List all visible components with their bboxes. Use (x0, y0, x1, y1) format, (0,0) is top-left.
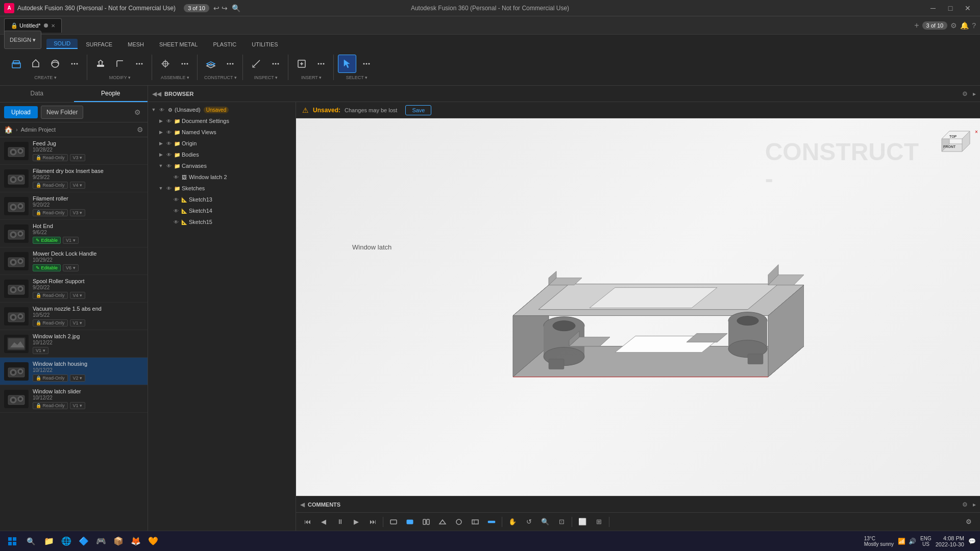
tree-visibility-icon[interactable]: 👁 (173, 174, 180, 180)
tree-visibility-icon[interactable]: 👁 (165, 163, 173, 169)
insert-canvas-btn[interactable] (292, 55, 311, 73)
construct-more-btn[interactable] (221, 55, 239, 73)
playback-next-btn[interactable]: ▶ (349, 515, 363, 529)
file-version[interactable]: V3 ▾ (70, 154, 86, 161)
tab-utilities[interactable]: UTILITIES (244, 40, 285, 49)
new-folder-button[interactable]: New Folder (41, 106, 83, 119)
file-list-item[interactable]: Vacuum nozzle 1.5 abs end10/5/22🔒 Read-O… (0, 303, 148, 330)
tab-sheetmetal[interactable]: SHEET METAL (152, 40, 205, 49)
tab-mesh[interactable]: MESH (120, 40, 151, 49)
file-badge[interactable]: 🔒 Read-Only (33, 182, 68, 189)
inspect-measure-btn[interactable] (247, 55, 265, 73)
tree-visibility-icon[interactable]: 👁 (165, 141, 173, 146)
comments-settings-icon[interactable]: ⚙ (962, 501, 968, 508)
volume-icon[interactable]: 🔊 (909, 538, 916, 545)
file-badge[interactable]: 🔒 Read-Only (33, 209, 68, 216)
start-button[interactable] (4, 533, 20, 549)
network-icon[interactable]: 📶 (898, 538, 905, 545)
redo-btn[interactable]: ↪ (222, 4, 228, 12)
add-tab-btn[interactable]: + (914, 21, 919, 30)
tab-people[interactable]: People (74, 86, 148, 102)
file-list-item[interactable]: Filament roller9/20/22🔒 Read-OnlyV3 ▾ (0, 192, 148, 220)
tree-visibility-icon[interactable]: 👁 (165, 186, 173, 191)
file-version[interactable]: V1 ▾ (33, 347, 48, 354)
select-btn[interactable] (338, 55, 356, 73)
file-version[interactable]: V2 ▾ (70, 374, 86, 382)
file-badge[interactable]: 🔒 Read-Only (33, 154, 68, 161)
taskbar-clock[interactable]: 4:08 PM 2022-10-30 (936, 535, 964, 547)
browser-collapse-icon[interactable]: ◀◀ (152, 90, 161, 97)
view-controls-fit[interactable]: ⊡ (554, 515, 569, 529)
save-button[interactable]: Save (405, 105, 431, 115)
tab-data[interactable]: Data (0, 86, 74, 102)
taskbar-edge[interactable]: 🔷 (76, 533, 92, 549)
taskbar-firefox[interactable]: 🦊 (128, 533, 144, 549)
tree-item[interactable]: ▼👁📁Sketches (148, 183, 296, 194)
display-mode-btn[interactable]: ⬜ (575, 515, 590, 529)
tree-item[interactable]: ▶👁📁Origin (148, 138, 296, 149)
close-btn[interactable]: ✕ (960, 1, 976, 15)
comments-collapse-icon[interactable]: ◀ (300, 501, 305, 508)
tab-surface[interactable]: SURFACE (79, 40, 119, 49)
create-new-component-btn[interactable] (7, 55, 26, 73)
view-cube[interactable]: TOP FRONT × (934, 123, 975, 164)
taskbar-app7[interactable]: 🧡 (145, 533, 161, 549)
design-dropdown[interactable]: DESIGN ▾ (4, 31, 41, 49)
file-list-item[interactable]: Window latch housing10/12/22🔒 Read-OnlyV… (0, 358, 148, 385)
file-badge[interactable]: 🔒 Read-Only (33, 374, 68, 382)
file-badge[interactable]: 🔒 Read-Only (33, 319, 68, 327)
tree-visibility-icon[interactable]: 👁 (165, 118, 173, 124)
view-controls-zoom[interactable]: 🔍 (538, 515, 552, 529)
tree-visibility-icon[interactable]: 👁 (158, 107, 165, 113)
timeline-marker-2[interactable] (403, 515, 417, 529)
home-icon[interactable]: 🏠 (4, 126, 13, 134)
taskbar-search-btn[interactable]: 🔍 (22, 533, 39, 549)
taskbar-chrome[interactable]: 🌐 (58, 533, 75, 549)
timeline-marker-5[interactable] (452, 515, 466, 529)
minimize-btn[interactable]: ─ (925, 1, 941, 15)
tree-item[interactable]: ▶👁📁Bodies (148, 149, 296, 160)
tab-solid[interactable]: SOLID (46, 39, 78, 49)
file-badge[interactable]: 🔒 Read-Only (33, 292, 68, 299)
inspect-more-btn[interactable] (266, 55, 285, 73)
file-badge[interactable]: ✎ Editable (33, 237, 61, 244)
tree-item[interactable]: 👁📐Sketch13 (148, 194, 296, 205)
taskbar-app5[interactable]: 📦 (110, 533, 127, 549)
tree-visibility-icon[interactable]: 👁 (173, 197, 180, 203)
file-list-item[interactable]: Window latch 2.jpg10/12/22V1 ▾ (0, 330, 148, 358)
file-version[interactable]: V4 ▾ (70, 292, 86, 299)
construct-plane-btn[interactable] (202, 55, 220, 73)
upload-button[interactable]: Upload (4, 106, 38, 118)
grid-display-btn[interactable]: ⊞ (592, 515, 606, 529)
timeline-marker-1[interactable] (386, 515, 401, 529)
file-version[interactable]: V3 ▾ (70, 209, 86, 216)
notification-center-icon[interactable]: 💬 (968, 538, 976, 545)
search-btn[interactable]: 🔍 (232, 4, 240, 12)
timeline-settings-btn[interactable]: ⚙ (962, 515, 976, 529)
tree-item[interactable]: 👁🖼Window latch 2 (148, 171, 296, 183)
tree-item[interactable]: ▶👁📁Named Views (148, 127, 296, 138)
playback-first-btn[interactable]: ⏮ (300, 515, 314, 529)
file-version[interactable]: V1 ▾ (70, 319, 86, 327)
file-list-item[interactable]: Hot End9/6/22✎ EditableV1 ▾ (0, 220, 148, 247)
project-settings-icon[interactable]: ⚙ (137, 126, 143, 134)
playback-pause-btn[interactable]: ⏸ (333, 515, 347, 529)
create-more-btn[interactable] (65, 55, 84, 73)
maximize-btn[interactable]: □ (942, 1, 959, 15)
timeline-marker-4[interactable] (435, 515, 450, 529)
timeline-marker-6[interactable] (468, 515, 482, 529)
tree-visibility-icon[interactable]: 👁 (173, 219, 180, 225)
timeline-marker-3[interactable] (419, 515, 433, 529)
modify-fillet-btn[interactable] (111, 55, 129, 73)
comments-expand-icon[interactable]: ▸ (973, 501, 976, 508)
viewport[interactable]: Window latch CONSTRUCT- TOP (296, 118, 980, 496)
tree-item[interactable]: 👁📐Sketch14 (148, 205, 296, 216)
playback-last-btn[interactable]: ⏭ (365, 515, 380, 529)
assemble-more-btn[interactable] (176, 55, 194, 73)
tree-item[interactable]: 👁📐Sketch15 (148, 216, 296, 228)
file-version[interactable]: V1 ▾ (63, 237, 79, 244)
create-extrude-btn[interactable] (27, 55, 45, 73)
file-list-item[interactable]: Filament dry box Insert base9/29/22🔒 Rea… (0, 165, 148, 192)
modify-more-btn[interactable] (130, 55, 149, 73)
tab-close-icon[interactable]: ✕ (51, 23, 55, 29)
